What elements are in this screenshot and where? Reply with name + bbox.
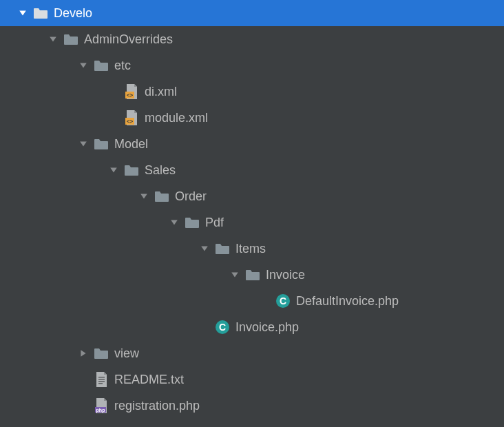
tree-item-label: Sales (145, 164, 176, 176)
tree-row[interactable]: C DefaultInvoice.php (0, 288, 504, 314)
svg-rect-8 (98, 377, 105, 378)
svg-text:php: php (96, 408, 105, 413)
tree-item-label: etc (114, 59, 131, 72)
tree-item-label: module.xml (145, 112, 208, 124)
tree-row[interactable]: Order (0, 183, 504, 209)
tree-row[interactable]: Sales (0, 157, 504, 183)
folder-icon (185, 215, 200, 230)
php-class-icon: C (275, 293, 291, 309)
folder-icon (94, 346, 109, 361)
tree-item-label: di.xml (145, 85, 177, 98)
tree-row[interactable]: <> di.xml (0, 79, 504, 105)
svg-rect-9 (98, 379, 105, 380)
tree-row[interactable]: Model (0, 131, 504, 157)
tree-row[interactable]: Items (0, 236, 504, 262)
tree-item-label: Develo (54, 7, 92, 19)
tree-row[interactable]: <> module.xml (0, 105, 504, 131)
folder-icon (154, 189, 169, 204)
chevron-down-icon[interactable] (169, 218, 179, 227)
folder-icon (245, 267, 260, 282)
chevron-down-icon[interactable] (230, 270, 240, 280)
file-tree[interactable]: Develo AdminOverrides etc <> di.xml <> m… (0, 0, 504, 419)
tree-item-label: Order (175, 190, 207, 202)
tree-row[interactable]: php registration.php (0, 393, 504, 419)
chevron-down-icon[interactable] (18, 8, 28, 18)
folder-icon (94, 58, 109, 73)
chevron-down-icon[interactable] (200, 244, 209, 253)
chevron-down-icon[interactable] (78, 139, 88, 149)
tree-row[interactable]: view (0, 340, 504, 366)
folder-icon (33, 6, 48, 21)
svg-text:C: C (280, 295, 286, 306)
folder-icon (94, 136, 109, 152)
tree-row[interactable]: AdminOverrides (0, 26, 504, 52)
php-class-icon: C (215, 320, 230, 335)
svg-rect-10 (98, 381, 105, 382)
tree-row[interactable]: etc (0, 52, 504, 79)
tree-item-label: Invoice.php (235, 321, 299, 333)
chevron-down-icon[interactable] (48, 34, 58, 44)
tree-item-label: Pdf (205, 216, 224, 229)
tree-row[interactable]: README.txt (0, 366, 504, 393)
tree-item-label: registration.php (114, 399, 200, 412)
folder-icon (63, 32, 78, 47)
chevron-down-icon[interactable] (139, 191, 149, 201)
tree-item-label: Model (114, 138, 148, 150)
tree-row[interactable]: Pdf (0, 209, 504, 236)
tree-item-label: Invoice (266, 269, 305, 281)
chevron-down-icon[interactable] (109, 165, 118, 175)
chevron-right-icon[interactable] (78, 348, 88, 358)
folder-icon (124, 163, 139, 178)
tree-row[interactable]: Invoice (0, 262, 504, 288)
tree-item-label: DefaultInvoice.php (296, 295, 399, 307)
tree-row[interactable]: C Invoice.php (0, 314, 504, 340)
php-file-icon: php (94, 398, 109, 413)
svg-rect-11 (98, 383, 103, 384)
text-file-icon (94, 372, 109, 387)
svg-text:<>: <> (127, 118, 134, 125)
tree-item-label: AdminOverrides (84, 33, 173, 45)
svg-text:<>: <> (127, 92, 134, 98)
tree-item-label: README.txt (114, 373, 184, 386)
tree-item-label: Items (235, 242, 266, 255)
tree-row[interactable]: Develo (0, 0, 504, 26)
tree-item-label: view (114, 347, 139, 360)
chevron-down-icon[interactable] (78, 61, 88, 70)
folder-icon (215, 241, 230, 256)
xml-file-icon: <> (124, 84, 139, 99)
svg-text:C: C (219, 322, 226, 333)
xml-file-icon: <> (124, 110, 139, 125)
